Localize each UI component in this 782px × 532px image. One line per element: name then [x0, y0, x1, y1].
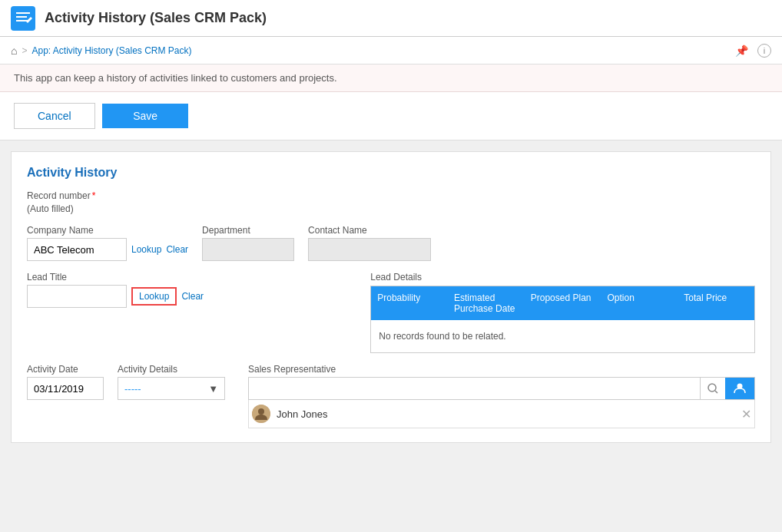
- app-header: Activity History (Sales CRM Pack): [0, 0, 782, 37]
- user-icon: [733, 382, 747, 395]
- lead-details-label: Lead Details: [370, 272, 755, 283]
- svg-rect-2: [16, 16, 27, 18]
- contact-name-input: [308, 238, 431, 261]
- sales-rep-col: Sales Representative: [248, 364, 755, 428]
- page-title: Activity History (Sales CRM Pack): [45, 10, 267, 26]
- activity-details-field: Activity Details ----- ▼: [118, 364, 225, 400]
- company-lookup-button[interactable]: Lookup: [131, 244, 161, 255]
- info-bar: This app can keep a history of activitie…: [0, 64, 782, 92]
- lead-clear-button[interactable]: Clear: [181, 291, 204, 302]
- department-field: Department: [202, 225, 294, 261]
- info-text: This app can keep a history of activitie…: [14, 72, 337, 84]
- sales-rep-label: Sales Representative: [248, 364, 755, 375]
- sales-rep-field: [248, 377, 755, 400]
- breadcrumb-bar: ⌂ > App: Activity History (Sales CRM Pac…: [0, 37, 782, 64]
- col-probability: Probability: [371, 286, 448, 320]
- john-jones-row: John Jones ✕: [248, 400, 755, 428]
- company-name-label: Company Name: [27, 225, 188, 236]
- home-icon[interactable]: ⌂: [11, 45, 17, 57]
- svg-line-6: [715, 391, 717, 393]
- bottom-left: Activity Date Activity Details ----- ▼: [27, 364, 225, 400]
- col-estimated-purchase-date: Estimated Purchase Date: [448, 286, 525, 320]
- company-name-input[interactable]: [27, 238, 127, 261]
- company-row: Company Name Lookup Clear Department Con…: [27, 225, 755, 261]
- activity-details-label: Activity Details: [118, 364, 225, 375]
- activity-date-field: Activity Date: [27, 364, 104, 400]
- record-number-field: Record number* (Auto filled): [27, 190, 755, 214]
- lead-lookup-button[interactable]: Lookup: [131, 287, 177, 306]
- company-name-field: Company Name Lookup Clear: [27, 225, 188, 261]
- record-number-auto: (Auto filled): [27, 203, 755, 214]
- sales-rep-user-button[interactable]: [725, 378, 754, 399]
- activity-details-value: -----: [124, 383, 204, 395]
- activity-date-input[interactable]: [27, 377, 104, 400]
- save-button[interactable]: Save: [102, 104, 188, 128]
- sales-rep-search-button[interactable]: [700, 378, 725, 399]
- col-option: Option: [601, 286, 678, 320]
- app-header-icon: [11, 6, 35, 31]
- breadcrumb-actions: 📌 i: [735, 44, 771, 58]
- col-proposed-plan: Proposed Plan: [525, 286, 601, 320]
- info-icon[interactable]: i: [757, 44, 771, 58]
- lead-empty-message: No records found to be related.: [379, 331, 505, 342]
- lead-table-body: No records found to be related.: [371, 320, 754, 352]
- action-bar: Cancel Save: [0, 92, 782, 140]
- svg-rect-1: [16, 12, 30, 14]
- lead-details-table: Probability Estimated Purchase Date Prop…: [370, 286, 755, 353]
- lead-row: Lead Title Lookup Clear Lead Details Pro…: [27, 272, 755, 353]
- main-content: Activity History Record number* (Auto fi…: [11, 151, 771, 443]
- svg-point-5: [708, 384, 716, 392]
- cancel-button[interactable]: Cancel: [14, 103, 95, 129]
- contact-name-field: Contact Name: [308, 225, 431, 261]
- section-title: Activity History: [27, 166, 755, 180]
- lead-title-input[interactable]: [27, 285, 127, 308]
- lead-title-col: Lead Title Lookup Clear: [27, 272, 347, 353]
- bottom-row: Activity Date Activity Details ----- ▼ S…: [27, 364, 755, 428]
- chevron-down-icon: ▼: [208, 383, 218, 395]
- lead-title-input-group: Lookup Clear: [27, 285, 347, 308]
- pin-icon[interactable]: 📌: [735, 45, 748, 57]
- lead-title-label: Lead Title: [27, 272, 347, 283]
- lead-details-col: Lead Details Probability Estimated Purch…: [370, 272, 755, 353]
- remove-sales-rep-button[interactable]: ✕: [741, 407, 751, 421]
- contact-name-label: Contact Name: [308, 225, 431, 236]
- avatar: [252, 405, 270, 423]
- breadcrumb-separator: >: [22, 45, 27, 56]
- sales-rep-input[interactable]: [249, 378, 700, 399]
- breadcrumb-link[interactable]: App: Activity History (Sales CRM Pack): [31, 45, 191, 56]
- activity-date-label: Activity Date: [27, 364, 104, 375]
- svg-point-9: [258, 408, 264, 415]
- record-number-label: Record number*: [27, 190, 755, 201]
- company-clear-button[interactable]: Clear: [166, 244, 188, 255]
- breadcrumb: ⌂ > App: Activity History (Sales CRM Pac…: [11, 45, 192, 57]
- search-icon: [707, 382, 719, 395]
- department-input: [202, 238, 294, 261]
- activity-details-select[interactable]: ----- ▼: [118, 377, 225, 400]
- sales-rep-name: John Jones: [277, 408, 735, 420]
- col-total-price: Total Price: [678, 286, 754, 320]
- company-name-input-group: Lookup Clear: [27, 238, 188, 261]
- lead-table-header: Probability Estimated Purchase Date Prop…: [371, 286, 754, 320]
- department-label: Department: [202, 225, 294, 236]
